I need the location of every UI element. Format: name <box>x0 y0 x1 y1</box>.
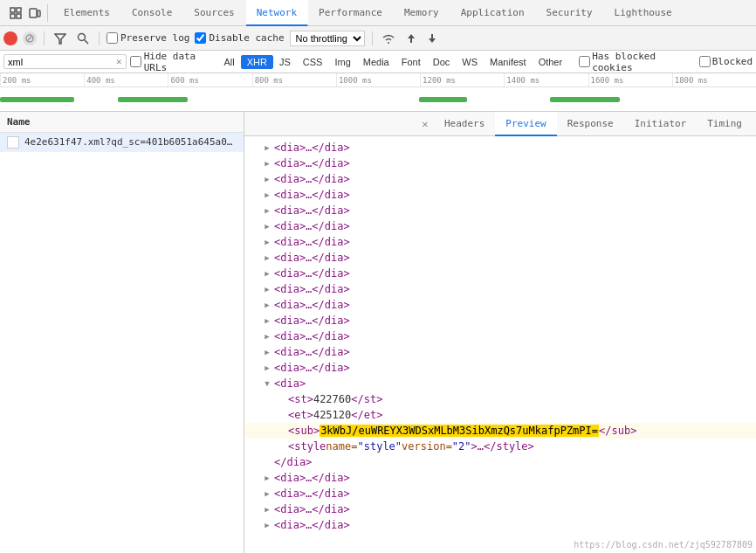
expand-icon[interactable]: ▶ <box>262 205 272 216</box>
tab-headers[interactable]: Headers <box>434 112 495 136</box>
list-item[interactable]: 4e2e631f47.xml?qd_sc=401b6051a645a030195… <box>0 133 244 152</box>
filter-input-container[interactable]: ✕ <box>3 54 127 69</box>
filter-input[interactable] <box>8 57 114 67</box>
xml-line[interactable]: ▶ <dia>…</dia> <box>244 203 756 218</box>
expand-icon[interactable]: ▶ <box>262 315 272 326</box>
filter-js[interactable]: JS <box>273 55 297 69</box>
preserve-log-checkbox[interactable] <box>107 32 118 44</box>
filter-css[interactable]: CSS <box>297 55 329 69</box>
throttle-select[interactable]: No throttling <box>290 31 365 46</box>
filter-manifest[interactable]: Manifest <box>484 55 533 69</box>
expand-icon[interactable]: ▶ <box>262 504 272 515</box>
filter-doc[interactable]: Doc <box>427 55 457 69</box>
clear-filter-icon[interactable]: ✕ <box>116 56 122 67</box>
expand-icon[interactable]: ▶ <box>262 221 272 232</box>
stop-button[interactable] <box>23 31 37 45</box>
expand-icon[interactable]: ▶ <box>262 473 272 483</box>
xml-line[interactable]: ▶ <dia>…</dia> <box>244 328 756 344</box>
tab-console[interactable]: Console <box>121 0 183 26</box>
expand-icon[interactable]: ▶ <box>262 174 272 184</box>
filter-all[interactable]: All <box>218 55 241 69</box>
expand-icon[interactable]: ▶ <box>262 300 272 310</box>
xml-line[interactable]: ▶ <dia>…</dia> <box>244 344 756 360</box>
filter-icon[interactable] <box>52 30 69 47</box>
ruler-mark-8: 1800 ms <box>672 73 756 86</box>
expand-icon[interactable]: ▶ <box>262 158 272 169</box>
tab-timing[interactable]: Timing <box>697 112 753 136</box>
search-icon[interactable] <box>74 30 92 47</box>
device-toggle-icon[interactable] <box>26 4 44 22</box>
xml-line[interactable]: ▶ <dia>…</dia> <box>244 250 756 266</box>
expand-icon[interactable]: ▶ <box>262 331 272 342</box>
expand-icon[interactable]: ▶ <box>262 347 272 357</box>
xml-line-sub[interactable]: ▶ <sub> 3kWbJ/euWREYX3WDSxMLbM3SibXmzQs7… <box>244 423 756 439</box>
hide-data-urls-label[interactable]: Hide data URLs <box>130 51 215 73</box>
expand-icon-open[interactable]: ▼ <box>262 378 272 389</box>
xml-line[interactable]: ▶ <dia>…</dia> <box>244 517 756 533</box>
tab-network[interactable]: Network <box>246 0 308 26</box>
disable-cache-label[interactable]: Disable cache <box>195 32 284 44</box>
xml-line-st[interactable]: ▶ <st> 422760 </st> <box>244 391 756 407</box>
tab-sources[interactable]: Sources <box>183 0 245 26</box>
xml-line[interactable]: ▶ <dia>…</dia> <box>244 187 756 203</box>
blocked-label[interactable]: Blocked <box>699 56 753 67</box>
tab-performance[interactable]: Performance <box>308 0 394 26</box>
tab-elements[interactable]: Elements <box>53 0 121 26</box>
xml-line-close[interactable]: ▶ </dia> <box>244 454 756 470</box>
expand-icon[interactable]: ▶ <box>262 268 272 279</box>
filter-media[interactable]: Media <box>357 55 395 69</box>
hide-data-urls-checkbox[interactable] <box>130 56 141 67</box>
xml-line-et[interactable]: ▶ <et> 425120 </et> <box>244 407 756 423</box>
tab-initiator[interactable]: Initiator <box>624 112 698 136</box>
expand-icon[interactable]: ▶ <box>262 284 272 294</box>
filter-ws[interactable]: WS <box>456 55 484 69</box>
xml-line[interactable]: ▶ <dia>…</dia> <box>244 171 756 187</box>
download-icon[interactable] <box>423 30 441 47</box>
xml-line[interactable]: ▶ <dia>…</dia> <box>244 313 756 328</box>
upload-icon[interactable] <box>402 30 420 47</box>
expand-icon[interactable]: ▶ <box>262 237 272 247</box>
xml-line[interactable]: ▶ <dia>…</dia> <box>244 470 756 486</box>
disable-cache-checkbox[interactable] <box>195 32 206 44</box>
file-list: Name 4e2e631f47.xml?qd_sc=401b6051a645a0… <box>0 112 244 553</box>
xml-line-style[interactable]: ▶ <style name= "style" version= "2" >…</… <box>244 439 756 454</box>
filter-xhr[interactable]: XHR <box>241 55 273 69</box>
expand-icon[interactable]: ▶ <box>262 363 272 373</box>
xml-line[interactable]: ▶ <dia>…</dia> <box>244 140 756 156</box>
filter-other[interactable]: Other <box>533 55 569 69</box>
xml-line[interactable]: ▶ <dia>…</dia> <box>244 266 756 281</box>
blocked-checkbox[interactable] <box>699 56 711 67</box>
tab-memory[interactable]: Memory <box>394 0 450 26</box>
xml-line-open[interactable]: ▼ <dia> <box>244 376 756 391</box>
filter-font[interactable]: Font <box>395 55 427 69</box>
inspect-icon[interactable] <box>7 4 24 22</box>
xml-line[interactable]: ▶ <dia>…</dia> <box>244 281 756 297</box>
close-panel-button[interactable]: ✕ <box>416 115 434 133</box>
ruler-mark-0: 200 ms <box>0 73 84 86</box>
record-button[interactable] <box>3 31 17 45</box>
filter-img[interactable]: Img <box>328 55 356 69</box>
xml-line[interactable]: ▶ <dia>…</dia> <box>244 218 756 234</box>
xml-line[interactable]: ▶ <dia>…</dia> <box>244 234 756 250</box>
xml-line[interactable]: ▶ <dia>…</dia> <box>244 360 756 376</box>
filter-types: All XHR JS CSS Img Media Font Doc WS Man… <box>218 55 569 69</box>
expand-icon[interactable]: ▶ <box>262 190 272 200</box>
xml-line[interactable]: ▶ <dia>…</dia> <box>244 156 756 171</box>
xml-line[interactable]: ▶ <dia>…</dia> <box>244 297 756 313</box>
expand-icon[interactable]: ▶ <box>262 142 272 153</box>
xml-line[interactable]: ▶ <dia>…</dia> <box>244 486 756 501</box>
wifi-icon[interactable] <box>380 30 397 47</box>
tab-response[interactable]: Response <box>557 112 624 136</box>
expand-icon[interactable]: ▶ <box>262 488 272 499</box>
preserve-log-label[interactable]: Preserve log <box>107 32 189 44</box>
tab-preview[interactable]: Preview <box>495 112 556 136</box>
tab-security[interactable]: Security <box>536 0 604 26</box>
expand-icon[interactable]: ▶ <box>262 252 272 263</box>
tab-application[interactable]: Application <box>450 0 536 26</box>
xml-line[interactable]: ▶ <dia>…</dia> <box>244 501 756 517</box>
has-blocked-cookies-label[interactable]: Has blocked cookies <box>579 51 688 73</box>
tab-lighthouse[interactable]: Lighthouse <box>604 0 684 26</box>
expand-icon[interactable]: ▶ <box>262 520 272 530</box>
has-blocked-cookies-checkbox[interactable] <box>579 56 590 67</box>
svg-line-7 <box>27 36 32 41</box>
